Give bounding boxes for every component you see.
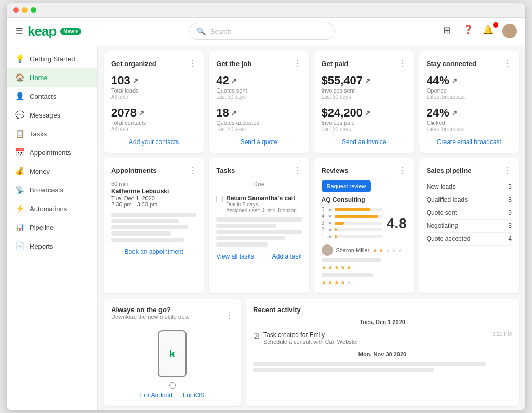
minimize-dot[interactable] xyxy=(22,7,28,13)
external-link-icon-1: ↗ xyxy=(132,77,138,85)
card-pipeline-more[interactable]: ⋮ xyxy=(503,165,512,175)
new-badge[interactable]: New ▾ xyxy=(60,28,81,35)
review-skeleton-1 xyxy=(322,258,381,262)
external-link-icon-4: ↗ xyxy=(231,109,237,117)
rating-big: 4.8 xyxy=(387,215,407,232)
task-name-1: Return Samantha's call xyxy=(226,195,297,202)
card-recent-activity: Recent activity Tues, Dec 1 2020 ☑ Task … xyxy=(246,299,519,406)
bar-3-fill xyxy=(335,222,344,225)
card-get-job-more[interactable]: ⋮ xyxy=(294,59,302,69)
bar-3-bg xyxy=(335,222,382,225)
task-skeleton-1 xyxy=(216,217,301,222)
stat-quotes-sent-value: 42 ↗ xyxy=(216,74,301,87)
sidebar-label-home: Home xyxy=(30,74,48,82)
user-avatar[interactable] xyxy=(502,24,517,38)
card-reviews-title: Reviews xyxy=(322,166,349,174)
card-pipeline-title: Sales pipeline xyxy=(427,166,472,174)
card-appointments-title: Appointments xyxy=(111,166,156,174)
pipeline-count-negotiating: 3 xyxy=(508,222,512,229)
send-invoice-link[interactable]: Send an invoice xyxy=(322,138,407,146)
reports-icon: 📄 xyxy=(15,241,24,251)
search-bar[interactable]: 🔍 Search xyxy=(189,23,335,40)
phone-screen: k xyxy=(169,348,175,360)
card-reviews-more[interactable]: ⋮ xyxy=(398,165,407,175)
card-stay-connected-more[interactable]: ⋮ xyxy=(503,59,512,69)
card-tasks-more[interactable]: ⋮ xyxy=(294,165,302,175)
stat-contacts-value: 2078 ↗ xyxy=(111,106,196,120)
sidebar-item-messages[interactable]: 💬 Messages xyxy=(7,106,97,124)
external-link-icon-2: ↗ xyxy=(139,109,144,117)
contacts-icon: 👤 xyxy=(15,92,24,101)
send-quote-link[interactable]: Send a quote xyxy=(216,138,301,146)
maximize-dot[interactable] xyxy=(31,7,36,13)
messages-icon: 💬 xyxy=(15,110,24,120)
sidebar-label-contacts: Contacts xyxy=(30,93,56,100)
browser-titlebar xyxy=(7,3,525,18)
sidebar-item-appointments[interactable]: 📅 Appointments xyxy=(7,143,97,162)
reviewer-name-1: Sharon Miller xyxy=(336,247,370,253)
add-task-link[interactable]: Add a task xyxy=(272,253,302,260)
stat-clicked-label: Clicked Latest broadcast xyxy=(427,120,512,132)
pipeline-label-quote-sent: Quote sent xyxy=(427,209,457,216)
card-get-paid-title: Get paid xyxy=(322,60,349,68)
close-dot[interactable] xyxy=(13,7,19,13)
home-icon: 🏠 xyxy=(15,73,24,82)
notifications-wrap[interactable]: 🔔 xyxy=(483,24,496,38)
skeleton-3 xyxy=(111,225,188,229)
bar-4-bg xyxy=(335,215,382,218)
add-contacts-link[interactable]: Add your contacts xyxy=(111,138,196,146)
sidebar-item-pipeline[interactable]: 📊 Pipeline xyxy=(7,218,97,237)
sidebar-label-tasks: Tasks xyxy=(30,130,47,138)
hamburger-icon[interactable]: ☰ xyxy=(15,25,23,37)
sidebar-label-automations: Automations xyxy=(30,205,67,213)
request-review-button[interactable]: Request review xyxy=(322,180,371,192)
reviewer-stars-3: ★ ★ ★ ★ ★ xyxy=(322,279,407,286)
task-checkbox-1[interactable] xyxy=(216,196,223,202)
create-broadcast-link[interactable]: Create email broadcast xyxy=(427,138,512,146)
sidebar-item-automations[interactable]: ⚡ Automations xyxy=(7,199,97,218)
pipeline-icon: 📊 xyxy=(15,223,24,232)
task-due-1: Due in 5 days xyxy=(226,202,297,208)
activity-time-row-1: Task created for Emily 3:10 PM xyxy=(263,331,512,339)
help-icon[interactable]: ❓ xyxy=(463,24,476,38)
card-mobile-more[interactable]: ⋮ xyxy=(225,311,233,320)
activity-skeleton-2 xyxy=(253,368,434,372)
view-all-tasks-link[interactable]: View all tasks xyxy=(216,253,254,260)
sidebar-label-money: Money xyxy=(30,167,50,175)
cards-row-1: Get organized ⋮ 103 ↗ Total leads All ti… xyxy=(104,51,519,153)
appointment-name: Katherine Lebouski xyxy=(111,188,196,195)
appointments-icon: 📅 xyxy=(15,148,24,157)
star-row-1: 1 ★ xyxy=(322,234,382,239)
ios-link[interactable]: For iOS xyxy=(183,392,204,399)
sidebar-item-home[interactable]: 🏠 Home xyxy=(7,68,97,87)
pipeline-label-negotiating: Negotiating xyxy=(427,222,458,229)
sidebar-item-getting-started[interactable]: 💡 Getting Started xyxy=(7,49,97,68)
sidebar-item-broadcasts[interactable]: 📡 Broadcasts xyxy=(7,180,97,199)
card-appointments-more[interactable]: ⋮ xyxy=(188,165,196,175)
external-link-icon-7: ↗ xyxy=(451,77,457,85)
skeleton-2 xyxy=(111,219,179,223)
card-get-job-title: Get the job xyxy=(216,60,251,68)
money-icon: 💰 xyxy=(15,166,24,176)
android-link[interactable]: For Android xyxy=(140,392,172,399)
stat-contacts-label: Total contacts All time xyxy=(111,120,196,132)
card-appointments-header: Appointments ⋮ xyxy=(111,165,196,175)
pipeline-label-qualified-leads: Qualified leads xyxy=(427,196,468,203)
card-get-organized-more[interactable]: ⋮ xyxy=(188,59,196,69)
sidebar-item-reports[interactable]: 📄 Reports xyxy=(7,237,97,255)
card-tasks-header: Tasks ⋮ xyxy=(216,165,301,175)
book-appointment-link[interactable]: Book an appointment xyxy=(111,248,196,255)
notification-badge xyxy=(493,22,498,28)
sidebar-item-tasks[interactable]: 📋 Tasks xyxy=(7,124,97,143)
bar-2-fill xyxy=(335,228,337,231)
sidebar-item-money[interactable]: 💰 Money xyxy=(7,162,97,180)
sidebar-item-contacts[interactable]: 👤 Contacts xyxy=(7,87,97,106)
stat-invoices-paid-value: $24,200 ↗ xyxy=(322,106,407,120)
card-get-paid-more[interactable]: ⋮ xyxy=(398,59,407,69)
card-get-paid-header: Get paid ⋮ xyxy=(322,59,407,69)
grid-icon[interactable]: ⊞ xyxy=(443,24,457,38)
stat-invoices-sent-label: Invoices sent Last 30 days xyxy=(322,87,407,100)
card-stay-connected: Stay connected ⋮ 44% ↗ Opened Latest bro… xyxy=(419,51,519,153)
activity-date-1: Tues, Dec 1 2020 xyxy=(253,319,512,325)
sidebar-label-messages: Messages xyxy=(30,111,60,119)
